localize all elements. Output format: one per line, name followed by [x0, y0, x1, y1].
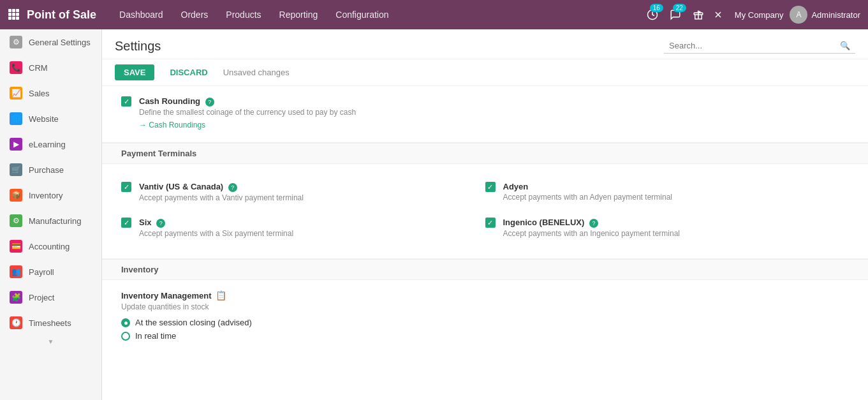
- inventory-section-header: Inventory: [102, 259, 868, 280]
- user-avatar: A: [790, 6, 807, 24]
- six-checkbox[interactable]: [121, 218, 131, 228]
- search-input[interactable]: [669, 41, 840, 50]
- six-help-icon[interactable]: ?: [156, 219, 165, 228]
- svg-rect-6: [8, 17, 11, 20]
- sidebar-scroll-down: ▼: [0, 336, 101, 348]
- activity-badge: 16: [650, 4, 663, 12]
- sidebar-label-manufacturing: Manufacturing: [29, 216, 81, 226]
- discard-button[interactable]: DISCARD: [161, 64, 216, 80]
- ingenico-label-row: Ingenico (BENELUX) ?: [503, 218, 680, 228]
- project-icon: 🧩: [10, 291, 22, 304]
- sidebar-label-purchase: Purchase: [29, 165, 64, 175]
- inventory-icon: 📦: [10, 189, 22, 202]
- terminals-grid: Vantiv (US & Canada) ? Accept payments w…: [121, 174, 849, 246]
- ingenico-label: Ingenico (BENELUX): [503, 218, 585, 227]
- payroll-icon: 👥: [10, 265, 22, 278]
- radio-session-closing-btn[interactable]: [121, 318, 130, 327]
- payment-terminals-section: Vantiv (US & Canada) ? Accept payments w…: [102, 164, 868, 259]
- radio-real-time: In real time: [121, 331, 849, 341]
- menu-orders[interactable]: Orders: [173, 6, 216, 24]
- crm-icon: 📞: [10, 61, 22, 74]
- cash-roundings-link[interactable]: Cash Roundings: [139, 121, 356, 130]
- sidebar-item-website[interactable]: 🌐 Website: [0, 106, 101, 131]
- general-settings-icon: ⚙: [10, 36, 22, 48]
- six-desc: Accept payments with a Six payment termi…: [139, 229, 293, 238]
- sidebar-item-elearning[interactable]: ▶ eLearning: [0, 131, 101, 157]
- company-name[interactable]: My Company: [735, 10, 784, 20]
- menu-products[interactable]: Products: [218, 6, 268, 24]
- terminal-ingenico: Ingenico (BENELUX) ? Accept payments wit…: [485, 210, 850, 246]
- svg-rect-7: [12, 17, 15, 20]
- inventory-mgmt-desc: Update quantities in stock: [121, 302, 849, 311]
- ingenico-checkbox[interactable]: [485, 218, 496, 228]
- svg-rect-1: [12, 9, 15, 12]
- vantiv-content: Vantiv (US & Canada) ? Accept payments w…: [139, 182, 304, 202]
- main-content: Settings 🔍 SAVE DISCARD Unsaved changes …: [102, 29, 868, 400]
- activity-icon-btn[interactable]: 16: [647, 9, 658, 20]
- user-menu[interactable]: A Administrator: [790, 6, 860, 24]
- menu-configuration[interactable]: Configuration: [328, 6, 396, 24]
- save-button[interactable]: SAVE: [115, 64, 154, 80]
- page-title: Settings: [115, 39, 161, 54]
- adyen-checkbox[interactable]: [485, 182, 496, 192]
- close-icon-btn[interactable]: [713, 10, 723, 20]
- sidebar-label-sales: Sales: [29, 89, 50, 98]
- terminal-six: Six ? Accept payments with a Six payment…: [121, 210, 485, 246]
- sidebar-item-accounting[interactable]: 💳 Accounting: [0, 233, 101, 259]
- search-icon: 🔍: [840, 41, 850, 50]
- sidebar-item-crm[interactable]: 📞 CRM: [0, 55, 101, 80]
- sidebar-item-sales[interactable]: 📈 Sales: [0, 80, 101, 106]
- vantiv-help-icon[interactable]: ?: [228, 183, 237, 192]
- sidebar-label-payroll: Payroll: [29, 267, 54, 277]
- sidebar-item-timesheets[interactable]: 🕐 Timesheets: [0, 310, 101, 336]
- adyen-label: Adyen: [503, 182, 529, 191]
- sidebar-label-crm: CRM: [29, 63, 48, 73]
- app-title: Point of Sale: [27, 8, 96, 22]
- sidebar-item-manufacturing[interactable]: ⚙ Manufacturing: [0, 208, 101, 233]
- sidebar-item-general-settings[interactable]: ⚙ General Settings: [0, 29, 101, 55]
- chat-icon-btn[interactable]: 22: [670, 9, 681, 20]
- sidebar-item-purchase[interactable]: 🛒 Purchase: [0, 157, 101, 182]
- ingenico-content: Ingenico (BENELUX) ? Accept payments wit…: [503, 218, 680, 238]
- menu-dashboard[interactable]: Dashboard: [112, 6, 171, 24]
- sidebar-item-payroll[interactable]: 👥 Payroll: [0, 259, 101, 285]
- cash-rounding-setting: Cash Rounding ? Define the smallest coin…: [121, 96, 849, 130]
- cash-rounding-label-row: Cash Rounding ?: [139, 96, 356, 107]
- topnav-right: 16 22 My Company A Administrator: [647, 6, 860, 24]
- cash-rounding-checkbox[interactable]: [121, 96, 131, 107]
- website-icon: 🌐: [10, 112, 22, 125]
- svg-rect-8: [16, 17, 19, 20]
- settings-header: Settings 🔍: [102, 29, 868, 59]
- sidebar-label-project: Project: [29, 293, 54, 302]
- cash-rounding-help-icon[interactable]: ?: [205, 98, 214, 107]
- sidebar-label-timesheets: Timesheets: [29, 318, 71, 328]
- payment-terminals-header: Payment Terminals: [102, 143, 868, 164]
- inventory-mgmt-icon: 📋: [216, 290, 226, 300]
- top-menu: Dashboard Orders Products Reporting Conf…: [112, 6, 644, 24]
- sidebar-label-website: Website: [29, 114, 59, 124]
- ingenico-help-icon[interactable]: ?: [589, 219, 598, 228]
- unsaved-changes-label: Unsaved changes: [223, 68, 290, 77]
- svg-rect-0: [8, 9, 11, 12]
- six-label-row: Six ?: [139, 218, 293, 228]
- adyen-desc: Accept payments with an Adyen payment te…: [503, 193, 672, 202]
- ingenico-desc: Accept payments with an Ingenico payment…: [503, 229, 680, 238]
- sales-icon: 📈: [10, 87, 22, 100]
- inventory-section: Inventory Management 📋 Update quantities…: [102, 280, 868, 355]
- svg-rect-3: [8, 13, 11, 16]
- top-navigation: Point of Sale Dashboard Orders Products …: [0, 0, 868, 29]
- sidebar-label-inventory: Inventory: [29, 191, 63, 200]
- menu-reporting[interactable]: Reporting: [272, 6, 326, 24]
- elearning-icon: ▶: [10, 138, 22, 151]
- grid-menu-icon[interactable]: [8, 8, 19, 22]
- manufacturing-icon: ⚙: [10, 214, 22, 227]
- svg-rect-4: [12, 13, 15, 16]
- adyen-content: Adyen Accept payments with an Adyen paym…: [503, 182, 672, 202]
- sidebar-item-project[interactable]: 🧩 Project: [0, 285, 101, 310]
- gift-icon-btn[interactable]: [693, 9, 704, 20]
- search-bar: 🔍: [664, 38, 855, 54]
- terminal-adyen: Adyen Accept payments with an Adyen paym…: [485, 174, 850, 210]
- radio-real-time-btn[interactable]: [121, 332, 130, 341]
- sidebar-item-inventory[interactable]: 📦 Inventory: [0, 182, 101, 208]
- vantiv-checkbox[interactable]: [121, 182, 131, 192]
